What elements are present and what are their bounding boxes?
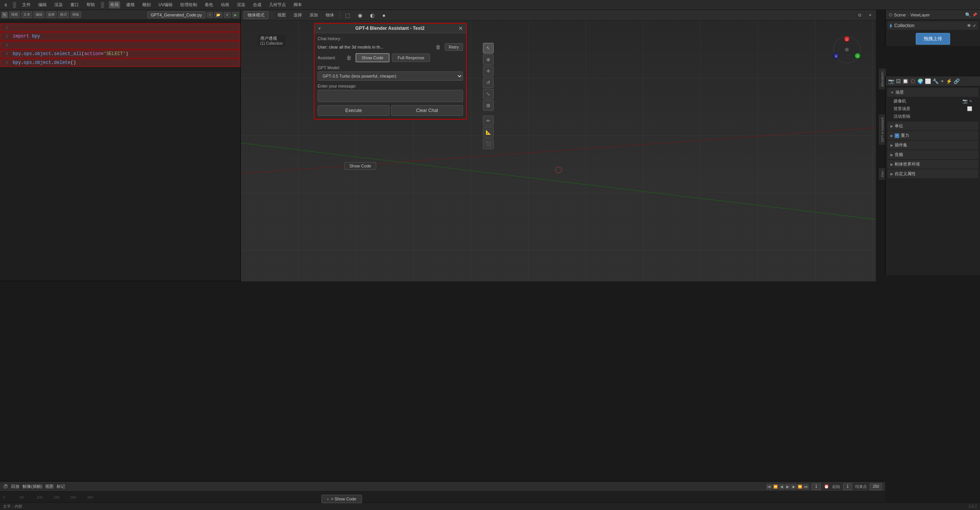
particles-icon[interactable]: ✦ — [940, 78, 944, 84]
menu-layout[interactable]: 布局 — [109, 1, 120, 8]
physics-icon[interactable]: ⚡ — [946, 78, 952, 84]
prev-keyframe-btn[interactable]: ⏪ — [773, 484, 778, 489]
file-tab[interactable]: GPT4_Generated_Code.py — [147, 11, 205, 18]
vp-menu-select[interactable]: 选择 — [291, 11, 304, 19]
modifier-props-icon[interactable]: 🔧 — [933, 78, 939, 84]
text-menu[interactable]: 文本 — [21, 11, 32, 18]
delete-assistant-btn[interactable]: 🗑 — [345, 55, 353, 61]
gpt-panel-close[interactable]: ✕ — [458, 25, 463, 31]
close-file-btn[interactable]: ✕ — [224, 12, 231, 18]
timeline-ruler[interactable]: 0 50 100 150 200 250 — [0, 492, 885, 503]
menu-window[interactable]: 窗口 — [69, 1, 80, 8]
bottom-show-code-btn[interactable]: Show Code — [344, 162, 376, 170]
next-keyframe-btn[interactable]: ⏩ — [797, 484, 802, 489]
full-response-btn[interactable]: Full Response — [392, 54, 430, 62]
tool-select[interactable]: ↖ — [483, 43, 494, 54]
rigidbody-section[interactable]: ▶ 刚体世界环境 — [887, 160, 978, 169]
tool-extra[interactable]: ⬛ — [483, 138, 494, 149]
template-menu[interactable]: 模板 — [70, 11, 81, 18]
vp-menu-object[interactable]: 物体 — [323, 11, 336, 19]
clear-chat-btn[interactable]: Clear Chat — [391, 105, 463, 116]
jump-start-btn[interactable]: ⏮ — [766, 484, 772, 489]
exclude-icon[interactable]: ✓ — [973, 23, 976, 28]
vp-menu-add[interactable]: 添加 — [307, 11, 320, 19]
tool-measure[interactable]: 📐 — [483, 127, 494, 138]
pin-icon[interactable]: 📌 — [972, 13, 977, 17]
end-frame[interactable]: 250 — [870, 483, 882, 490]
vp-menu-view[interactable]: 视图 — [275, 11, 288, 19]
vp-shading-render[interactable]: ● — [380, 11, 388, 19]
prev-frame-btn[interactable]: ◀ — [779, 484, 784, 489]
gpt-model-select[interactable]: GPT-3.5 Turbo (less powerful, cheaper) — [318, 71, 463, 81]
menu-texture-paint[interactable]: 纹理绘制 — [179, 1, 199, 8]
timeline-type-icon[interactable]: ⏱ — [3, 484, 8, 489]
nav-gizmo[interactable]: Z Y X — [832, 34, 862, 66]
gravity-checkbox[interactable]: ✓ — [895, 133, 899, 138]
retry-btn[interactable]: Retry — [445, 43, 463, 51]
show-code-bar[interactable]: › > Show Code — [321, 495, 362, 503]
timeline-menu-marker[interactable]: 标记 — [57, 484, 65, 489]
edit-menu[interactable]: 编辑 — [34, 11, 44, 18]
delete-message-btn[interactable]: 🗑 — [434, 44, 442, 50]
menu-shading[interactable]: 着色 — [203, 1, 215, 8]
vp-shading-wire[interactable]: ⬚ — [343, 11, 352, 19]
menu-it[interactable]: It — [3, 2, 8, 8]
visibility-icon[interactable]: 👁 — [967, 23, 971, 28]
menu-edit[interactable]: 编辑 — [37, 1, 48, 8]
menu-scripting[interactable]: 脚本 — [292, 1, 303, 8]
object-props-icon[interactable]: ⬜ — [925, 78, 931, 84]
custom-props-section[interactable]: ▶ 自定义属性 — [887, 169, 978, 178]
collections-section[interactable]: ▶ 插件集 — [887, 141, 978, 149]
play-btn[interactable]: ▶ — [785, 484, 790, 489]
tool-cursor[interactable]: ⊕ — [483, 54, 494, 65]
world-props-icon[interactable]: 🌍 — [917, 78, 923, 84]
audio-section[interactable]: ▶ 音频 — [887, 150, 978, 159]
menu-animation[interactable]: 动画 — [219, 1, 231, 8]
output-props-icon[interactable]: 🖼 — [896, 78, 901, 84]
tool-annotate[interactable]: ✏ — [483, 115, 494, 126]
menu-sculpt[interactable]: 雕刻 — [141, 1, 152, 8]
render-props-icon[interactable]: 📷 — [888, 78, 894, 84]
gravity-section[interactable]: ▶ ✓ 重力 — [887, 131, 978, 140]
scene-section[interactable]: ▼ 场景 — [887, 88, 978, 97]
menu-compositing[interactable]: 合成 — [251, 1, 263, 8]
constraints-icon[interactable]: 🔗 — [954, 78, 960, 84]
open-file-btn[interactable]: 📂 — [214, 12, 222, 18]
vp-overlay-btn[interactable]: ⊙ — [856, 12, 864, 18]
jump-end-btn[interactable]: ⏭ — [803, 484, 809, 489]
code-area[interactable]: 1 2 import bpy 3 4 bpy.ops.object.select… — [0, 20, 240, 269]
menu-geometry-nodes[interactable]: 几何节点 — [267, 1, 287, 8]
view-menu[interactable]: 视图 — [9, 11, 20, 18]
timeline-menu-keyframe[interactable]: 帧像(插帧) — [23, 484, 42, 489]
tool-move[interactable]: ✛ — [483, 66, 494, 76]
new-file-btn[interactable]: + — [207, 12, 213, 18]
object-mode-selector[interactable]: 物体模式 — [243, 11, 269, 19]
units-section[interactable]: ▶ 单位 — [887, 122, 978, 130]
vp-gizmo-btn[interactable]: ⌖ — [867, 12, 874, 18]
tool-transform[interactable]: ⊞ — [483, 100, 494, 111]
select-menu[interactable]: 选择 — [46, 11, 57, 18]
message-input[interactable] — [318, 90, 463, 102]
tool-scale[interactable]: ⤡ — [483, 89, 494, 99]
search-icon[interactable]: 🔍 — [965, 12, 971, 18]
tool-rotate[interactable]: ↺ — [483, 77, 494, 88]
menu-file[interactable]: 文件 — [21, 1, 32, 8]
timeline-menu-view[interactable]: 视图 — [45, 484, 54, 489]
show-code-btn[interactable]: Show Code — [355, 53, 390, 62]
upload-btn[interactable]: 拖拽上传 — [916, 33, 950, 45]
menu-render[interactable]: 渲染 — [53, 1, 64, 8]
start-frame[interactable]: 1 — [843, 483, 852, 490]
vp-shading-material[interactable]: ◐ — [368, 11, 377, 19]
editor-type-icon[interactable]: ✎ — [2, 12, 8, 18]
camera-edit-icon[interactable]: ✎ — [969, 99, 972, 103]
menu-help[interactable]: 帮助 — [85, 1, 96, 8]
execute-btn[interactable]: Execute — [318, 105, 390, 116]
next-frame-btn[interactable]: ▶ — [791, 484, 796, 489]
format-menu[interactable]: 格式 — [58, 11, 69, 18]
menu-render2[interactable]: 渲染 — [235, 1, 247, 8]
run-script-btn[interactable]: ▶ — [232, 12, 239, 18]
timeline-menu-playback[interactable]: 回放 — [11, 484, 20, 489]
view-layer-icon[interactable]: 🔲 — [902, 78, 908, 84]
scene-props-icon[interactable]: ⬡ — [910, 78, 916, 84]
vp-shading-solid[interactable]: ◉ — [355, 11, 365, 19]
